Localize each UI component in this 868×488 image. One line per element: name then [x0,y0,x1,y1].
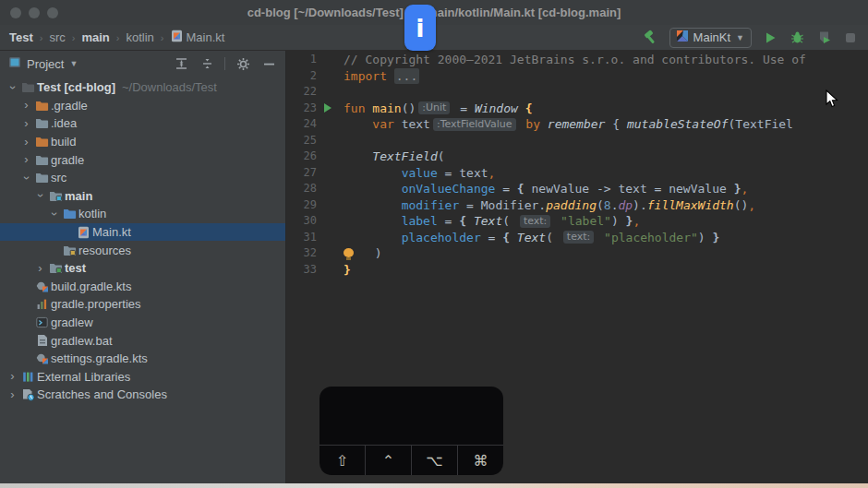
build-hammer-icon[interactable] [643,30,659,46]
shell-icon [33,316,51,328]
tree-item-kotlin[interactable]: ›kotlin [0,205,285,223]
breadcrumb-item-kotlin[interactable]: kotlin [126,30,153,44]
code-token: } [712,230,719,246]
tree-item-test-cd-blog[interactable]: ›Test [cd-blog]~/Downloads/Test [0,78,285,97]
line-number[interactable]: 24 [286,116,319,133]
line-number[interactable]: 1 [286,52,319,68]
code-line-30[interactable]: 30 label = { Text( text: "label") }, [286,213,868,230]
folder-excluded-icon [33,100,51,112]
settings-gear-icon[interactable] [235,55,251,72]
tree-item-main-kt[interactable]: Main.kt [0,223,285,242]
tree-chevron-icon[interactable]: › [22,171,31,184]
code-token: "label" [553,213,611,230]
collapse-all-icon[interactable] [199,55,215,72]
tree-chevron-icon[interactable]: › [33,264,47,273]
tree-item-gradle-properties[interactable]: gradle.properties [0,295,285,314]
tree-item-build-gradle-kts[interactable]: build.gradle.kts [0,278,285,296]
debug-button[interactable] [789,30,805,46]
tree-chevron-icon[interactable]: › [19,155,33,164]
tree-item-main[interactable]: ›main [0,187,285,206]
tree-item-settings-gradle-kts[interactable]: settings.gradle.kts [0,350,285,368]
chevron-down-icon[interactable]: ▼ [69,59,78,68]
tree-item-scratches-and-consoles[interactable]: ›Scratches and Consoles [0,386,285,404]
kotlin-file-icon [75,226,92,239]
tree-chevron-icon[interactable]: › [19,137,33,147]
tree-chevron-icon[interactable]: › [19,101,33,110]
tree-item-external-libraries[interactable]: ›External Libraries [0,368,285,387]
code-line-22[interactable]: 22 [286,84,868,101]
bat-icon [33,334,51,347]
hide-panel-icon[interactable] [260,55,277,72]
line-number[interactable]: 25 [286,133,319,149]
code-line-25[interactable]: 25 [286,133,868,149]
tree-chevron-icon[interactable]: › [50,207,59,220]
tree-item-gradle[interactable]: ›gradle [0,150,285,169]
tree-item-gradlew-bat[interactable]: gradlew.bat [0,331,285,350]
libraries-icon [19,371,37,383]
run-with-coverage-button[interactable] [815,30,832,46]
breadcrumb: Test›src›main›kotlin›Main.kt [9,30,224,45]
project-panel-header: Project ▼ [0,51,285,77]
line-number[interactable]: 22 [286,84,319,101]
tree-chevron-icon[interactable]: › [8,80,18,94]
code-line-2[interactable]: 2import ... [286,68,868,85]
tree-item-label: gradlew [51,315,93,329]
tree-item-src[interactable]: ›src [0,169,285,187]
code-line-31[interactable]: 31 placeholder = { Text( text: "placehol… [286,230,868,246]
code-token: ( [502,213,517,230]
stop-button-disabled[interactable] [842,30,859,46]
code-line-24[interactable]: 24 var text:TextFieldValue by remember {… [286,116,868,133]
line-number[interactable]: 23 [286,101,319,117]
tree-item-resources[interactable]: resources [0,241,285,259]
breadcrumb-item-main-kt[interactable]: Main.kt [171,30,225,45]
run-arrow-icon[interactable] [324,103,332,113]
intention-bulb-icon[interactable] [344,248,354,260]
breadcrumb-item-test[interactable]: Test [9,30,33,44]
tree-item-label: src [51,171,66,184]
gutter-fold-column [319,133,342,149]
code-line-27[interactable]: 27 value = text, [286,165,868,182]
properties-icon [33,298,51,310]
line-number[interactable]: 31 [286,230,319,246]
code-token: { [605,116,626,133]
code-text: import ... [342,68,419,85]
run-button[interactable] [762,30,778,46]
tree-item-build[interactable]: ›build [0,133,285,151]
breadcrumb-item-main[interactable]: main [81,30,109,44]
line-number[interactable]: 29 [286,197,319,214]
run-line-marker[interactable] [319,101,342,117]
tree-chevron-icon[interactable]: › [6,390,19,399]
code-line-32[interactable]: 32 ) [286,245,868,262]
line-number[interactable]: 26 [286,149,319,165]
code-line-29[interactable]: 29 modifier = Modifier.padding(8.dp).fil… [286,197,868,214]
code-token: { [502,230,517,246]
code-token: ( [597,197,604,214]
tree-item-test[interactable]: ›test [0,259,285,278]
code-token: , [748,197,755,214]
tree-item-gradlew[interactable]: gradlew [0,314,285,332]
tree-chevron-icon[interactable]: › [36,189,45,203]
tree-item-gradle[interactable]: ›.gradle [0,97,285,115]
code-token: ( [546,230,561,246]
run-configuration-select[interactable]: MainKt ▼ [669,28,752,48]
tree-chevron-icon[interactable]: › [19,119,33,128]
project-panel-title[interactable]: Project [27,57,64,71]
code-line-1[interactable]: 1// Copyright 2000–2021 JetBrains s.r.o.… [286,52,868,68]
line-number[interactable]: 2 [286,68,319,85]
line-number[interactable]: 27 [286,165,319,182]
code-line-33[interactable]: 33} [286,262,868,279]
line-number[interactable]: 30 [286,213,319,230]
tree-item-label: Test [cd-blog] [37,80,115,94]
code-line-28[interactable]: 28 onValueChange = { newValue -> text = … [286,181,868,197]
code-line-26[interactable]: 26 TextField( [286,149,868,165]
line-number[interactable]: 28 [286,181,319,197]
tree-chevron-icon[interactable]: › [6,372,19,381]
tree-item-idea[interactable]: ›.idea [0,114,285,133]
project-view-icon [8,56,21,71]
line-number[interactable]: 32 [286,245,319,262]
breadcrumb-item-src[interactable]: src [49,30,65,44]
select-opened-file-icon[interactable] [173,55,189,72]
code-line-23[interactable]: 23fun main():Unit = Window { [286,101,868,117]
code-token: (TextFiel [729,116,793,133]
line-number[interactable]: 33 [286,262,319,279]
